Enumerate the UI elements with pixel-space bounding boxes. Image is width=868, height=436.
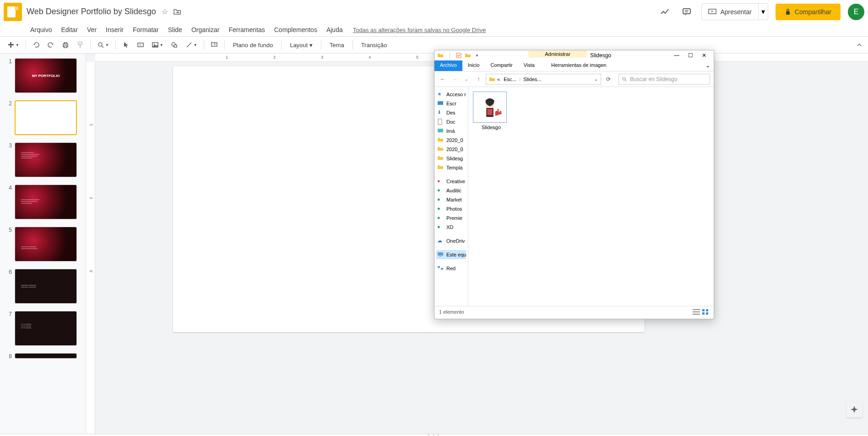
notes-resize-handle[interactable]: • • • — [428, 432, 440, 436]
explorer-tab-share[interactable]: Compartir — [485, 60, 518, 71]
comment-tool[interactable]: + — [208, 39, 221, 50]
tree-onedrive[interactable]: ☁OneDriv — [436, 236, 466, 245]
explorer-tab-file[interactable]: Archivo — [434, 60, 462, 71]
slide-thumb-2[interactable] — [15, 100, 77, 135]
menu-formatar[interactable]: Formatar — [129, 24, 163, 35]
textbox-tool[interactable]: T — [134, 39, 147, 50]
explorer-search-input[interactable]: Buscar en Slidesgo — [618, 74, 710, 85]
folder-icon — [437, 164, 444, 171]
breadcrumb-bar[interactable]: « Esc... › Slides... ⌄ — [486, 74, 601, 85]
tree-documents[interactable]: Doc — [436, 117, 466, 126]
tree-photoshop[interactable]: ●Photos — [436, 204, 466, 213]
document-title[interactable]: Web Designer Portfolio by Slidesgo — [27, 7, 156, 16]
properties-icon[interactable] — [456, 52, 462, 59]
slide-thumb-4[interactable]: ━━━━━━━━━━━━━━━━━━━━━━━━━━━━━━━━━━━━━━━━… — [15, 185, 77, 219]
slide-thumb-8[interactable] — [15, 353, 77, 359]
transition-button[interactable]: Transição — [357, 40, 392, 50]
speaker-notes[interactable]: • • • Clique para adicionar as anotações… — [0, 434, 868, 436]
tree-creative-cloud[interactable]: ●Creative — [436, 177, 466, 186]
breadcrumb-dropdown-icon[interactable]: ⌄ — [594, 77, 598, 82]
background-button[interactable]: Plano de fundo — [228, 40, 277, 50]
tree-folder-3[interactable]: Slidesg — [436, 154, 466, 163]
menu-inserir[interactable]: Inserir — [102, 24, 127, 35]
large-icons-view-icon[interactable] — [702, 309, 709, 315]
maximize-button[interactable]: ☐ — [684, 51, 697, 60]
slide-thumb-3[interactable]: ━━━━━━━━━━━━━━━━━━━━━━━━━━━━━━━━━━━━━━━━… — [15, 142, 77, 177]
tree-xd[interactable]: ●XD — [436, 223, 466, 232]
folder-icon[interactable] — [437, 52, 444, 59]
slide-thumb-5[interactable]: ━━━━━━━━ ━━━━━━━━━━━━━━━━━━━━━━━━━━ — [15, 227, 77, 262]
layout-button[interactable]: Layout ▾ — [285, 40, 317, 50]
menu-organizar[interactable]: Organizar — [188, 24, 223, 35]
slides-logo[interactable] — [4, 3, 22, 21]
explorer-tab-home[interactable]: Inicio — [462, 60, 485, 71]
close-button[interactable]: ✕ — [697, 51, 711, 60]
move-folder-icon[interactable] — [174, 9, 181, 15]
details-view-icon[interactable] — [693, 309, 700, 315]
share-button[interactable]: Compartilhar — [776, 4, 841, 20]
new-folder-icon[interactable] — [465, 52, 471, 59]
tree-this-pc[interactable]: Este equ — [436, 250, 466, 259]
image-tool[interactable]: ▼ — [149, 39, 166, 50]
explorer-content[interactable]: Slidesgo — [468, 87, 714, 306]
select-tool[interactable] — [119, 39, 132, 50]
tree-images[interactable]: Imá — [436, 126, 466, 136]
explore-button[interactable] — [846, 401, 863, 418]
save-status[interactable]: Todas as alterações foram salvas no Goog… — [353, 27, 486, 33]
explorer-tab-image-tools[interactable]: Herramientas de imagen — [546, 60, 612, 71]
star-icon[interactable]: ☆ — [162, 7, 168, 16]
present-dropdown[interactable]: ▾ — [758, 4, 768, 20]
refresh-icon[interactable]: ⟳ — [604, 75, 613, 84]
slide-panel[interactable]: 1 MY PORTFOLIO 2 3 ━━━━━━━━━━━━━━━━━━━━━… — [0, 54, 86, 434]
comments-icon[interactable] — [679, 5, 694, 19]
nav-forward-icon[interactable]: → — [450, 75, 459, 84]
tree-desktop[interactable]: Escr — [436, 99, 466, 108]
breadcrumb-seg-1[interactable]: Esc... — [502, 76, 518, 82]
breadcrumb-seg-2[interactable]: Slides... — [521, 76, 543, 82]
menu-complementos[interactable]: Complementos — [271, 24, 321, 35]
tree-folder-4[interactable]: Templa — [436, 163, 466, 172]
menu-ajuda[interactable]: Ajuda — [323, 24, 347, 35]
menu-ver[interactable]: Ver — [83, 24, 100, 35]
theme-button[interactable]: Tema — [325, 40, 349, 50]
tree-market[interactable]: ●Market — [436, 195, 466, 204]
nav-up-icon[interactable]: ↑ — [474, 75, 483, 84]
slide-thumb-7[interactable]: ━━ ━━ ━━━━━━━━ ━━ ━━━━━━━━ ━━ ━━━━━━ — [15, 311, 77, 346]
tree-premiere[interactable]: ●Premie — [436, 213, 466, 223]
menu-editar[interactable]: Editar — [57, 24, 81, 35]
tree-folder-1[interactable]: 2020_0 — [436, 136, 466, 145]
line-tool[interactable]: ▼ — [183, 39, 200, 50]
menu-arquivo[interactable]: Arquivo — [27, 24, 55, 35]
paint-format-button[interactable] — [74, 39, 87, 50]
tree-folder-2[interactable]: 2020_0 — [436, 145, 466, 154]
file-explorer-window[interactable]: Administrar | ▼ Slidesgo — ☐ ✕ Archivo I… — [434, 50, 714, 319]
nav-back-icon[interactable]: ← — [438, 75, 447, 84]
collapse-toolbar-icon[interactable] — [856, 42, 863, 48]
zoom-button[interactable]: ▼ — [94, 39, 112, 50]
activity-icon[interactable] — [657, 5, 672, 19]
qat-dropdown-icon[interactable]: ▼ — [474, 52, 480, 59]
present-button[interactable]: Apresentar — [702, 4, 758, 20]
account-avatar[interactable]: E — [848, 4, 864, 20]
slide-thumb-6[interactable]: ━━━━━━━━ ━━━━━━━━━━━━━━━━ ━━━━━━━━ — [15, 269, 77, 304]
tree-quick-access[interactable]: ★Acceso r — [436, 90, 466, 99]
tree-downloads[interactable]: ⬇Des — [436, 108, 466, 117]
slide-thumb-1[interactable]: MY PORTFOLIO — [15, 58, 77, 93]
menu-slide[interactable]: Slide — [164, 24, 186, 35]
nav-history-icon[interactable]: ⌄ — [462, 75, 471, 84]
network-icon — [437, 265, 444, 272]
undo-button[interactable] — [30, 39, 43, 50]
new-slide-button[interactable]: ▼ — [5, 39, 22, 50]
file-item-slidesgo[interactable]: Slidesgo — [473, 92, 510, 130]
explorer-tab-view[interactable]: Vista — [518, 60, 540, 71]
menu-ferramentas[interactable]: Ferramentas — [225, 24, 268, 35]
redo-button[interactable] — [44, 39, 57, 50]
svg-rect-10 — [78, 42, 82, 44]
tree-network[interactable]: Red — [436, 264, 466, 273]
minimize-button[interactable]: — — [670, 51, 684, 60]
tree-audition[interactable]: ●Auditic — [436, 186, 466, 195]
shape-tool[interactable] — [168, 39, 181, 50]
explorer-tree[interactable]: ★Acceso r Escr ⬇Des Doc Imá 2020_0 2020_… — [434, 87, 468, 306]
print-button[interactable] — [59, 39, 72, 50]
ribbon-expand-icon[interactable]: ⌄ — [702, 60, 714, 71]
